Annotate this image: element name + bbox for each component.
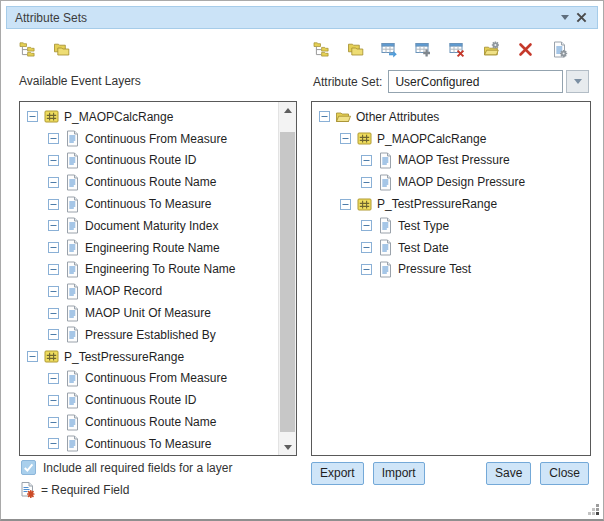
collapse-toggle[interactable]	[48, 177, 59, 188]
tree-item[interactable]: Continuous Route Name	[41, 171, 279, 193]
include-required-checkbox[interactable]	[21, 460, 36, 475]
tree-item[interactable]: P_TestPressureRange	[20, 346, 279, 368]
import-button[interactable]: Import	[373, 462, 425, 485]
collapse-toggle[interactable]	[48, 329, 59, 340]
tree-item-label: Continuous Route ID	[85, 153, 196, 167]
collapse-toggle[interactable]	[27, 351, 38, 362]
caret-down-icon	[561, 15, 569, 20]
collapse-toggle[interactable]	[48, 308, 59, 319]
collapse-toggle[interactable]	[48, 438, 59, 449]
doc-settings-icon	[551, 41, 568, 58]
tree-item[interactable]: Test Date	[354, 237, 590, 259]
collapse-toggle[interactable]	[319, 111, 330, 122]
tree-item[interactable]: Continuous To Measure	[41, 193, 279, 215]
attribute-set-tree: Other AttributesP_MAOPCalcRangeMAOP Test…	[312, 102, 590, 455]
collapse-toggle[interactable]	[340, 133, 351, 144]
tree-item-label: Continuous To Measure	[85, 197, 212, 211]
save-button[interactable]: Save	[486, 462, 531, 485]
doc-icon	[64, 239, 81, 256]
collapse-toggle[interactable]	[48, 155, 59, 166]
tree-item-label: Continuous From Measure	[85, 132, 227, 146]
tree-item[interactable]: MAOP Test Pressure	[354, 150, 590, 172]
toolbar-delete-button[interactable]	[517, 41, 534, 58]
tree-item[interactable]: Engineering Route Name	[41, 237, 279, 259]
tree-item[interactable]: Continuous Route ID	[41, 389, 279, 411]
tree-item[interactable]: P_MAOPCalcRange	[333, 128, 590, 150]
tree-item[interactable]: Pressure Test	[354, 259, 590, 281]
tree-item[interactable]: P_TestPressureRange	[333, 193, 590, 215]
toolbar-layer-tree-button[interactable]	[313, 41, 330, 58]
collapse-toggle[interactable]	[340, 199, 351, 210]
tree-item[interactable]: Document Maturity Index	[41, 215, 279, 237]
collapse-toggle[interactable]	[48, 286, 59, 297]
collapse-toggle[interactable]	[361, 177, 372, 188]
toolbar-table-remove-button[interactable]	[449, 41, 466, 58]
tree-item[interactable]: MAOP Design Pressure	[354, 171, 590, 193]
toolbar-doc-settings-button[interactable]	[551, 41, 568, 58]
attribute-set-value[interactable]: UserConfigured	[388, 70, 563, 93]
titlebar-menu-button[interactable]	[557, 10, 573, 26]
toolbar-folder-new-button[interactable]	[483, 41, 500, 58]
collapse-toggle[interactable]	[361, 155, 372, 166]
tree-item[interactable]: Other Attributes	[312, 106, 590, 128]
doc-icon	[64, 196, 81, 213]
attribute-set-row: Attribute Set: UserConfigured	[313, 70, 589, 93]
collapse-toggle[interactable]	[361, 264, 372, 275]
scroll-up-button[interactable]	[279, 102, 296, 118]
attribute-set-dropdown[interactable]: UserConfigured	[388, 70, 589, 93]
collapse-toggle[interactable]	[48, 133, 59, 144]
collapse-toggle[interactable]	[48, 220, 59, 231]
caret-down-icon	[574, 79, 582, 84]
folders-icon	[53, 41, 70, 58]
collapse-toggle[interactable]	[48, 417, 59, 428]
delete-icon	[517, 41, 534, 58]
toolbar-table-add-button[interactable]	[415, 41, 432, 58]
scrollbar-thumb[interactable]	[280, 132, 295, 432]
vertical-scrollbar[interactable]	[278, 102, 296, 455]
tree-item-label: MAOP Unit Of Measure	[85, 306, 211, 320]
tree-item-label: P_MAOPCalcRange	[64, 110, 173, 124]
tree-item[interactable]: P_MAOPCalcRange	[20, 106, 279, 128]
collapse-toggle[interactable]	[48, 395, 59, 406]
doc-icon	[377, 217, 394, 234]
toolbar-table-export-button[interactable]	[381, 41, 398, 58]
tree-item[interactable]: MAOP Record	[41, 280, 279, 302]
collapse-toggle[interactable]	[27, 111, 38, 122]
titlebar[interactable]: Attribute Sets	[6, 6, 598, 29]
toolbar-folders-button[interactable]	[53, 41, 70, 58]
layer-tree-icon	[313, 41, 330, 58]
tree-item[interactable]: MAOP Unit Of Measure	[41, 302, 279, 324]
layer-tree-icon	[19, 41, 36, 58]
close-dialog-button[interactable]: Close	[540, 462, 589, 485]
collapse-toggle[interactable]	[48, 264, 59, 275]
collapse-toggle[interactable]	[48, 373, 59, 384]
layer-icon	[43, 108, 60, 125]
table-remove-icon	[449, 41, 466, 58]
tree-item-label: Pressure Established By	[85, 328, 216, 342]
collapse-toggle[interactable]	[48, 199, 59, 210]
tree-item[interactable]: Continuous Route Name	[41, 411, 279, 433]
tree-item[interactable]: Pressure Established By	[41, 324, 279, 346]
left-toolbar	[19, 40, 70, 58]
tree-item-label: Continuous Route Name	[85, 175, 216, 189]
dialog-title: Attribute Sets	[15, 11, 557, 25]
doc-icon	[64, 326, 81, 343]
tree-item[interactable]: Continuous To Measure	[41, 433, 279, 455]
tree-item-label: Test Type	[398, 219, 449, 233]
tree-item[interactable]: Engineering To Route Name	[41, 259, 279, 281]
tree-item[interactable]: Continuous From Measure	[41, 128, 279, 150]
dropdown-button[interactable]	[566, 70, 589, 93]
tree-item[interactable]: Continuous From Measure	[41, 368, 279, 390]
export-button[interactable]: Export	[311, 462, 364, 485]
toolbar-folders-button[interactable]	[347, 41, 364, 58]
scroll-down-button[interactable]	[279, 439, 296, 455]
close-button[interactable]	[573, 10, 589, 26]
collapse-toggle[interactable]	[361, 242, 372, 253]
resize-grip[interactable]	[587, 503, 600, 516]
toolbar-layer-tree-button[interactable]	[19, 41, 36, 58]
collapse-toggle[interactable]	[48, 242, 59, 253]
doc-icon	[377, 152, 394, 169]
collapse-toggle[interactable]	[361, 220, 372, 231]
tree-item[interactable]: Test Type	[354, 215, 590, 237]
tree-item[interactable]: Continuous Route ID	[41, 150, 279, 172]
